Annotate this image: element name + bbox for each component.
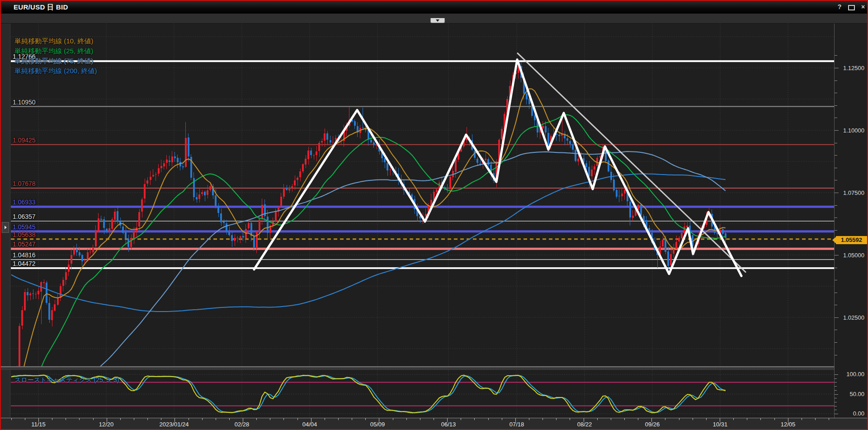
candlesticks	[16, 61, 726, 367]
time-axis-label: 06/13	[441, 421, 456, 428]
maximize-box-glyph	[848, 5, 855, 10]
toolbar-strip	[1, 14, 867, 24]
time-axis-label: 2023/01/24	[159, 421, 189, 428]
chevron-right-icon	[5, 226, 7, 229]
price-level-label: 1.04816	[13, 252, 36, 258]
price-axis-label: 1.02500	[839, 314, 864, 321]
price-axis-label: 1.07500	[839, 189, 864, 196]
legend-item: 単純移動平均線 (75, 終値)	[14, 56, 97, 66]
time-axis-label: 11/15	[31, 421, 46, 428]
stochastic-axis-label: 0.00	[839, 410, 864, 417]
time-axis-label: 12/20	[99, 421, 114, 428]
window-title: EUR/USD 日 BID	[14, 3, 68, 12]
price-axis[interactable]: 1.125001.100001.075001.050001.02500100.0…	[834, 24, 867, 418]
title-bar[interactable]: EUR/USD 日 BID ? ×	[1, 1, 867, 14]
panel-divider[interactable]	[1, 366, 867, 370]
stochastic-canvas[interactable]	[11, 370, 834, 418]
legend-item: 単純移動平均線 (200, 終値)	[14, 66, 97, 76]
toolbar-collapse-button[interactable]	[430, 18, 445, 23]
time-axis-label: 07/18	[509, 421, 524, 428]
left-sidebar	[1, 24, 10, 418]
price-level-label: 1.05247	[13, 241, 36, 247]
sidebar-expand-button[interactable]	[2, 222, 9, 233]
maximize-icon[interactable]	[847, 3, 856, 12]
stochastic-label: スローストキャスティクス (25, 3, 3)	[14, 376, 119, 384]
time-axis-label: 12/05	[781, 421, 796, 428]
stochastic-axis-label: 50.00	[839, 391, 864, 397]
chevron-down-icon	[436, 19, 439, 22]
legend-item: 単純移動平均線 (25, 終値)	[14, 46, 97, 56]
stochastic-axis-label: 100.00	[839, 371, 864, 378]
ma-line	[11, 174, 726, 312]
price-axis-label: 1.05000	[839, 252, 864, 259]
time-axis-label: 02/28	[235, 421, 250, 428]
current-price-badge: 1.05592	[836, 236, 867, 244]
price-level-label: 1.05945	[13, 224, 36, 230]
price-level-label: 1.05638	[13, 232, 36, 238]
price-level-label: 1.10950	[13, 99, 36, 105]
close-icon[interactable]: ×	[859, 3, 868, 10]
price-axis-label: 1.10000	[839, 127, 864, 134]
price-level-label: 1.04472	[13, 260, 36, 267]
price-level-label: 1.09425	[13, 137, 36, 143]
indicator-legend: 単純移動平均線 (10, 終値)単純移動平均線 (25, 終値)単純移動平均線 …	[14, 36, 97, 76]
price-axis-label: 1.12500	[839, 65, 864, 71]
price-level-label: 1.06357	[13, 213, 36, 220]
legend-item: 単純移動平均線 (10, 終値)	[14, 36, 97, 46]
time-axis[interactable]: 11/1512/202023/01/2402/2804/0405/0906/13…	[1, 418, 867, 429]
time-axis-label: 08/22	[577, 421, 592, 428]
main-chart-canvas[interactable]	[11, 24, 834, 367]
help-icon[interactable]: ?	[835, 3, 844, 10]
price-level-label: 1.06933	[13, 199, 36, 205]
time-axis-label: 05/09	[370, 421, 385, 428]
time-axis-label: 04/04	[302, 421, 317, 428]
time-axis-label: 09/26	[645, 421, 660, 428]
current-price-value: 1.05592	[841, 236, 862, 243]
time-axis-label: 10/31	[713, 421, 728, 428]
price-level-label: 1.07678	[13, 180, 36, 187]
application-window: EUR/USD 日 BID ? × 1.127661.109501.094251…	[0, 0, 868, 430]
